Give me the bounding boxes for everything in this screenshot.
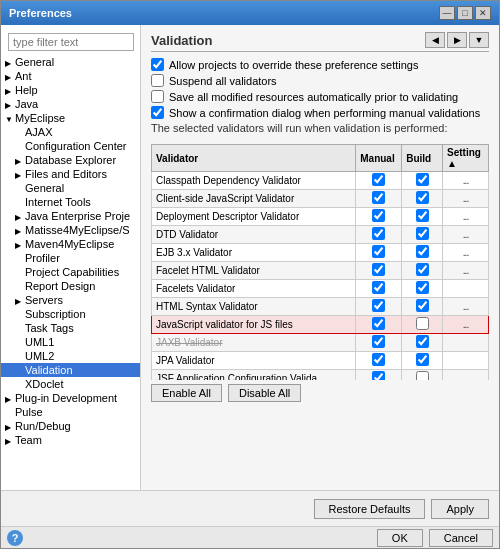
sidebar-item-matisse[interactable]: ▶Matisse4MyEclipse/S (1, 223, 140, 237)
sidebar-item-pulse[interactable]: Pulse (1, 405, 140, 419)
sidebar-item-plug-in-dev[interactable]: ▶Plug-in Development (1, 391, 140, 405)
build-checkbox[interactable] (416, 209, 429, 222)
setting-dots[interactable]: ... (463, 319, 468, 330)
sidebar-item-label: Configuration Center (25, 140, 127, 152)
manual-checkbox[interactable] (372, 281, 385, 294)
build-checkbox[interactable] (416, 353, 429, 366)
checkbox-row-1: Suspend all validators (151, 74, 489, 87)
sidebar-item-files-editors[interactable]: ▶Files and Editors (1, 167, 140, 181)
sidebar-item-ant[interactable]: ▶Ant (1, 69, 140, 83)
setting-dots[interactable]: ... (463, 175, 468, 186)
tree-arrow: ▶ (5, 395, 15, 404)
build-checkbox[interactable] (416, 263, 429, 276)
sidebar-item-validation[interactable]: Validation (1, 363, 140, 377)
validator-table-wrapper[interactable]: Validator Manual Build Setting ▲ Classpa… (151, 140, 489, 380)
build-checkbox[interactable] (416, 245, 429, 258)
tree-arrow: ▶ (5, 101, 15, 110)
cancel-button[interactable]: Cancel (429, 529, 493, 547)
title-bar: Preferences — □ ✕ (1, 1, 499, 25)
build-cell (402, 190, 443, 208)
validator-name-cell: Facelets Validator (152, 280, 356, 298)
setting-dots[interactable]: ... (463, 211, 468, 222)
sidebar-item-servers[interactable]: ▶Servers (1, 293, 140, 307)
setting-dots[interactable]: ... (463, 265, 468, 276)
manual-cell (356, 280, 402, 298)
nav-down-button[interactable]: ▼ (469, 32, 489, 48)
nav-forward-button[interactable]: ▶ (447, 32, 467, 48)
sidebar-item-help[interactable]: ▶Help (1, 83, 140, 97)
sidebar-item-report-design[interactable]: Report Design (1, 279, 140, 293)
manual-checkbox[interactable] (372, 209, 385, 222)
tree-arrow: ▼ (5, 115, 15, 124)
sidebar-item-java-enterprise[interactable]: ▶Java Enterprise Proje (1, 209, 140, 223)
manual-checkbox[interactable] (372, 245, 385, 258)
manual-cell (356, 208, 402, 226)
sidebar-item-project-cap[interactable]: Project Capabilities (1, 265, 140, 279)
sidebar-item-subscription[interactable]: Subscription (1, 307, 140, 321)
sidebar-item-ajax[interactable]: AJAX (1, 125, 140, 139)
maximize-button[interactable]: □ (457, 6, 473, 20)
build-checkbox[interactable] (416, 317, 429, 330)
nav-back-button[interactable]: ◀ (425, 32, 445, 48)
sidebar-item-internet-tools[interactable]: Internet Tools (1, 195, 140, 209)
sidebar-item-team[interactable]: ▶Team (1, 433, 140, 447)
enable-all-button[interactable]: Enable All (151, 384, 222, 402)
sidebar-item-maven[interactable]: ▶Maven4MyEclipse (1, 237, 140, 251)
search-input[interactable] (8, 33, 134, 51)
help-icon[interactable]: ? (7, 530, 23, 546)
manual-checkbox[interactable] (372, 335, 385, 348)
build-checkbox[interactable] (416, 299, 429, 312)
build-checkbox[interactable] (416, 191, 429, 204)
manual-checkbox[interactable] (372, 263, 385, 276)
setting-dots[interactable]: ... (463, 301, 468, 312)
manual-checkbox[interactable] (372, 227, 385, 240)
manual-checkbox[interactable] (372, 371, 385, 380)
disable-all-button[interactable]: Disable All (228, 384, 301, 402)
checkbox-3[interactable] (151, 106, 164, 119)
close-button[interactable]: ✕ (475, 6, 491, 20)
build-cell (402, 370, 443, 381)
checkbox-label-0: Allow projects to override these prefere… (169, 59, 418, 71)
sidebar-item-general2[interactable]: General (1, 181, 140, 195)
manual-checkbox[interactable] (372, 299, 385, 312)
setting-dots[interactable]: ... (463, 193, 468, 204)
sidebar-item-config-center[interactable]: Configuration Center (1, 139, 140, 153)
restore-defaults-button[interactable]: Restore Defaults (314, 499, 426, 519)
sidebar-item-java[interactable]: ▶Java (1, 97, 140, 111)
build-checkbox[interactable] (416, 335, 429, 348)
sidebar-item-label: Task Tags (25, 322, 74, 334)
setting-dots[interactable]: ... (463, 247, 468, 258)
build-checkbox[interactable] (416, 371, 429, 380)
build-checkbox[interactable] (416, 281, 429, 294)
sidebar-item-general[interactable]: ▶General (1, 55, 140, 69)
sidebar-item-db-explorer[interactable]: ▶Database Explorer (1, 153, 140, 167)
table-row: Client-side JavaScript Validator... (152, 190, 489, 208)
sidebar-item-profiler[interactable]: Profiler (1, 251, 140, 265)
setting-dots[interactable]: ... (463, 229, 468, 240)
sidebar-item-label: Files and Editors (25, 168, 107, 180)
footer: Restore Defaults Apply (1, 490, 499, 526)
build-checkbox[interactable] (416, 173, 429, 186)
apply-button[interactable]: Apply (431, 499, 489, 519)
manual-checkbox[interactable] (372, 173, 385, 186)
manual-cell (356, 244, 402, 262)
sidebar-item-xdoclet[interactable]: XDoclet (1, 377, 140, 391)
sidebar-item-run-debug[interactable]: ▶Run/Debug (1, 419, 140, 433)
build-checkbox[interactable] (416, 227, 429, 240)
setting-cell: ... (443, 208, 489, 226)
ok-button[interactable]: OK (377, 529, 423, 547)
sidebar-item-myeclipse[interactable]: ▼MyEclipse (1, 111, 140, 125)
sidebar-item-uml1[interactable]: UML1 (1, 335, 140, 349)
sidebar-item-task-tags[interactable]: Task Tags (1, 321, 140, 335)
minimize-button[interactable]: — (439, 6, 455, 20)
manual-checkbox[interactable] (372, 191, 385, 204)
checkbox-0[interactable] (151, 58, 164, 71)
checkbox-1[interactable] (151, 74, 164, 87)
checkbox-2[interactable] (151, 90, 164, 103)
sidebar-item-uml2[interactable]: UML2 (1, 349, 140, 363)
checkbox-label-1: Suspend all validators (169, 75, 277, 87)
manual-cell (356, 190, 402, 208)
sidebar-item-label: Subscription (25, 308, 86, 320)
manual-checkbox[interactable] (372, 353, 385, 366)
manual-checkbox[interactable] (372, 317, 385, 330)
